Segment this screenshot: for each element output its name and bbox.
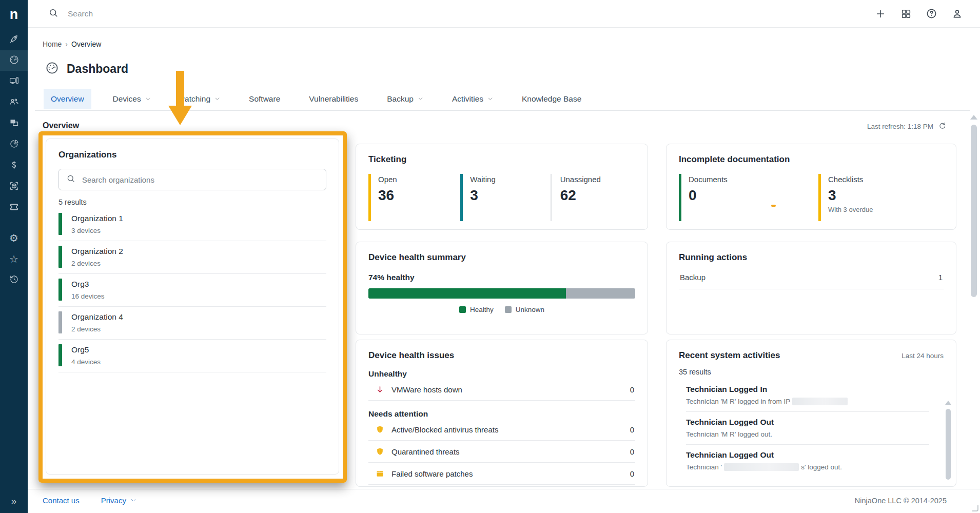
section-title: Overview	[43, 121, 79, 130]
tab-backup[interactable]: Backup	[380, 89, 430, 109]
page-scrollbar[interactable]	[970, 115, 977, 297]
chevron-down-icon	[145, 94, 151, 104]
activity-item[interactable]: Technician Logged Out Technician ' s' lo…	[686, 445, 929, 477]
sidebar-item-favorites[interactable]: ☆	[0, 249, 28, 269]
apps-grid-button[interactable]	[900, 8, 912, 19]
add-button[interactable]	[874, 8, 886, 19]
sidebar-item-settings[interactable]: ⚙	[0, 228, 28, 248]
ticketing-card: Ticketing Open 36 Waiting 3 Unassigned 6…	[356, 144, 648, 230]
global-search[interactable]	[48, 8, 874, 20]
gear-icon: ⚙	[9, 233, 18, 243]
breadcrumb-home[interactable]: Home	[43, 40, 62, 48]
copyright: NinjaOne LLC © 2014-2025	[855, 497, 947, 505]
health-issues-title: Device health issues	[368, 350, 635, 361]
issue-row-vmware[interactable]: VMWare hosts down 0	[368, 379, 635, 401]
sidebar-item-users[interactable]	[0, 92, 28, 113]
tab-overview[interactable]: Overview	[44, 89, 91, 109]
sidebar-expand-button[interactable]: »	[0, 489, 28, 513]
sidebar-item-dashboard[interactable]	[0, 50, 28, 71]
activities-range: Last 24 hours	[901, 352, 944, 360]
issue-row-antivirus[interactable]: Active/Blocked antivirus threats 0	[368, 419, 635, 441]
star-icon: ☆	[9, 254, 18, 264]
pie-chart-icon	[9, 139, 19, 151]
ninjaone-logo[interactable]: n	[0, 0, 28, 29]
breadcrumb: Home › Overview	[43, 40, 101, 48]
scroll-up-icon[interactable]	[970, 115, 977, 120]
tab-vulnerabilities[interactable]: Vulnerabilities	[302, 89, 365, 109]
organizations-search[interactable]	[58, 169, 326, 190]
organizations-list: Organization 1 3 devices Organization 2 …	[58, 208, 326, 372]
tab-activities[interactable]: Activities	[445, 89, 500, 109]
health-percent-label: 74% healthy	[368, 273, 635, 282]
annotation-arrow	[176, 71, 184, 106]
scrollbar-thumb[interactable]	[971, 125, 977, 297]
sidebar-item-billing[interactable]	[0, 155, 28, 176]
org-list-item[interactable]: Organization 4 2 devices	[58, 307, 326, 340]
tab-devices[interactable]: Devices	[106, 89, 158, 109]
org-status-bar	[58, 246, 62, 268]
resize-handle-icon	[972, 505, 978, 511]
health-progress-fill	[368, 288, 566, 299]
organizations-card: Organizations 5 results Organization 1 3…	[46, 139, 339, 475]
ninjaone-dashboard: n ⚙ ☆	[0, 0, 980, 513]
health-progress-bar[interactable]	[368, 288, 635, 299]
documentation-stat-documents[interactable]: Documents 0	[679, 174, 818, 221]
scrollbar-thumb[interactable]	[946, 409, 951, 480]
sidebar-item-reports[interactable]	[0, 134, 28, 155]
org-status-bar	[58, 213, 62, 235]
organizations-search-input[interactable]	[82, 175, 319, 184]
activities-results-count: 35 results	[679, 368, 944, 376]
search-input[interactable]	[68, 9, 324, 18]
activity-item[interactable]: Technician Logged In Technician 'M R' lo…	[686, 379, 929, 412]
documentation-stat-checklists[interactable]: Checklists 3 With 3 overdue	[818, 174, 942, 221]
running-action-row[interactable]: Backup 1	[679, 273, 944, 289]
page-header: Dashboard	[45, 61, 128, 77]
privacy-link[interactable]: Privacy	[101, 496, 136, 505]
last-refresh: Last refresh: 1:18 PM	[867, 121, 961, 131]
sidebar-item-devices[interactable]	[0, 71, 28, 92]
sidebar-item-ticketing[interactable]	[0, 198, 28, 218]
cube-scan-icon	[9, 181, 19, 193]
legend-healthy: Healthy	[459, 306, 494, 313]
down-arrow-icon	[375, 384, 385, 394]
ticketing-stat-unassigned[interactable]: Unassigned 62	[551, 174, 635, 221]
ticket-icon	[9, 202, 19, 214]
organizations-title: Organizations	[58, 150, 326, 160]
unknown-swatch	[505, 306, 512, 313]
issue-row-failed-patches[interactable]: Failed software patches 0	[368, 463, 635, 485]
dollar-icon	[9, 160, 19, 172]
tab-knowledge-base[interactable]: Knowledge Base	[515, 89, 589, 109]
ticketing-stat-open[interactable]: Open 36	[368, 174, 460, 221]
sidebar-item-remote-apps[interactable]	[0, 113, 28, 134]
org-list-item[interactable]: Organization 1 3 devices	[58, 208, 326, 241]
org-list-item[interactable]: Org3 16 devices	[58, 274, 326, 307]
tab-bar: Overview Devices Patching Software Vulne…	[44, 88, 589, 110]
footer-divider	[28, 489, 980, 489]
running-actions-title: Running actions	[679, 252, 944, 263]
issue-row-quarantined[interactable]: Quarantined threats 0	[368, 441, 635, 463]
activity-item[interactable]: Technician Logged Out Technician 'M R' l…	[686, 412, 929, 445]
help-button[interactable]	[926, 8, 937, 19]
activities-scrollbar[interactable]	[945, 401, 951, 480]
tab-software[interactable]: Software	[242, 89, 287, 109]
healthy-swatch	[459, 306, 466, 313]
dashboard-icon	[45, 61, 59, 77]
refresh-icon[interactable]	[938, 121, 947, 131]
sidebar: n ⚙ ☆	[0, 0, 28, 513]
shield-icon	[375, 424, 385, 435]
footer: Contact us Privacy	[43, 496, 136, 505]
chevron-down-icon	[130, 496, 136, 505]
sidebar-item-getting-started[interactable]	[0, 29, 28, 50]
page-title: Dashboard	[67, 62, 128, 76]
ticketing-stat-waiting[interactable]: Waiting 3	[460, 174, 550, 221]
health-issues-card: Device health issues Unhealthy VMWare ho…	[356, 340, 648, 487]
scroll-up-icon[interactable]	[945, 401, 951, 405]
org-list-item[interactable]: Organization 2 2 devices	[58, 241, 326, 274]
contact-us-link[interactable]: Contact us	[43, 496, 80, 505]
org-status-bar	[58, 344, 62, 366]
sidebar-item-software-inventory[interactable]	[0, 176, 28, 197]
documentation-card: Incomplete documentation Documents 0 Che…	[666, 144, 956, 230]
user-profile-button[interactable]	[951, 8, 963, 19]
org-list-item[interactable]: Org5 4 devices	[58, 340, 326, 372]
sidebar-item-history[interactable]	[0, 270, 28, 290]
